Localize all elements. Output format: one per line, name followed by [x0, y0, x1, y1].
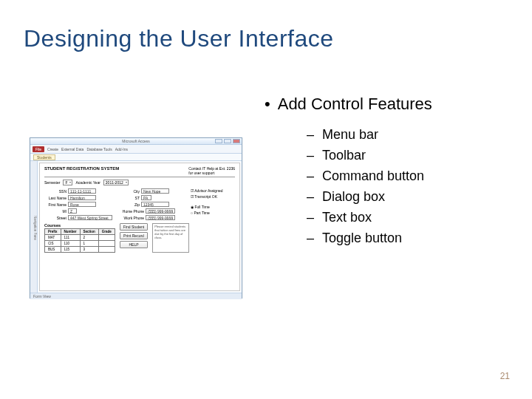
print-record-button[interactable]: Print Record	[120, 232, 148, 239]
list-item: –Toggle button	[303, 228, 424, 248]
side-controls: Advisor Assigned Transcript OK Full Time…	[191, 188, 235, 220]
zip-field[interactable]: 12345	[141, 202, 169, 207]
field-label: Street	[44, 216, 66, 220]
ribbon-tab[interactable]: Create	[47, 147, 58, 151]
field-label: Home Phone	[117, 209, 144, 214]
semester-combo[interactable]: F	[63, 180, 72, 185]
parttime-radio[interactable]: Part Time	[191, 211, 235, 215]
window-titlebar: Microsoft Access	[30, 138, 242, 145]
document-tabs: Students	[30, 154, 242, 161]
state-field[interactable]: PA	[141, 195, 151, 200]
close-icon[interactable]	[233, 139, 240, 143]
cell: 115	[61, 247, 80, 253]
dash-icon: –	[303, 207, 318, 228]
cell: 2	[80, 235, 98, 241]
list-item-label: Menu bar	[322, 127, 378, 142]
bullet-main: •Add Control Features	[265, 95, 432, 114]
year-combo[interactable]: 2011-2012	[103, 180, 129, 185]
form-title: STUDENT REGISTRATION SYSTEM	[44, 166, 119, 175]
ribbon-tab[interactable]: External Data	[61, 147, 83, 151]
field-label: Work Phone	[117, 216, 144, 220]
cell: CIS	[45, 241, 61, 247]
list-item: –Text box	[303, 207, 424, 228]
cell	[98, 235, 115, 241]
list-item-label: Text box	[322, 210, 372, 225]
cell	[98, 241, 115, 247]
doc-tab-students[interactable]: Students	[33, 154, 55, 160]
list-item: –Menu bar	[303, 124, 424, 145]
help-text: Contact IT Help at Ext. 2236 for user su…	[188, 166, 235, 175]
left-field-column: SSN111-11-1111 Last NameHamilton First N…	[44, 188, 113, 220]
status-bar: Form View	[30, 293, 242, 299]
homephone-field[interactable]: (555) 999-9999	[146, 208, 175, 214]
cell: 3	[80, 247, 98, 253]
cell: 1	[80, 241, 98, 247]
table-row[interactable]: BUS 115 3	[45, 247, 115, 253]
button-stack: Find Student Print Record HELP	[120, 223, 148, 253]
firstname-field[interactable]: Rose	[68, 202, 96, 207]
col-header: Prefix	[45, 229, 61, 235]
mi-field[interactable]: Z	[68, 208, 77, 214]
sub-bullet-list: –Menu bar –Toolbar –Command button –Dial…	[303, 124, 424, 248]
find-student-button[interactable]: Find Student	[120, 223, 148, 231]
list-item: –Toolbar	[303, 145, 424, 166]
minimize-icon[interactable]	[215, 139, 222, 143]
cell	[98, 247, 115, 253]
ssn-field[interactable]: 111-11-1111	[68, 188, 96, 194]
field-label: ST	[117, 196, 140, 200]
cell: MAT	[45, 235, 61, 241]
list-item: –Dialog box	[303, 186, 424, 207]
maximize-icon[interactable]	[224, 139, 231, 143]
year-label: Academic Year	[75, 180, 100, 185]
city-field[interactable]: New Hope	[141, 188, 169, 194]
dash-icon: –	[303, 186, 318, 207]
col-header: Section	[80, 229, 98, 235]
dash-icon: –	[303, 166, 318, 186]
registration-form: STUDENT REGISTRATION SYSTEM Contact IT H…	[39, 163, 240, 291]
cell: BUS	[45, 247, 61, 253]
advisor-checkbox[interactable]: Advisor Assigned	[191, 188, 235, 193]
col-header: Grade	[98, 229, 115, 235]
ribbon-bar: File Create External Data Database Tools…	[30, 145, 242, 154]
lastname-field[interactable]: Hamilton	[68, 195, 96, 200]
courses-area: Courses Prefix Number Section Grade MAT …	[44, 223, 115, 253]
access-screenshot: Microsoft Access File Create External Da…	[30, 137, 242, 299]
list-item-label: Command button	[322, 168, 424, 183]
list-item-label: Toolbar	[322, 148, 366, 163]
dash-icon: –	[303, 228, 318, 248]
table-row[interactable]: CIS 110 1	[45, 241, 115, 247]
field-label: MI	[44, 209, 66, 214]
ribbon-tab[interactable]: Add-Ins	[115, 147, 128, 151]
table-row[interactable]: MAT 111 2	[45, 235, 115, 241]
field-label: First Name	[44, 202, 66, 207]
fulltime-radio[interactable]: Full Time	[191, 205, 235, 209]
courses-label: Courses	[44, 223, 115, 228]
nav-pane[interactable]: Navigation Pane	[30, 161, 38, 293]
col-header: Number	[61, 229, 80, 235]
field-label: Last Name	[44, 196, 66, 200]
cell: 111	[61, 235, 80, 241]
field-label: SSN	[44, 189, 66, 194]
dash-icon: –	[303, 124, 318, 145]
field-label: Zip	[117, 202, 140, 207]
list-item-label: Toggle button	[322, 231, 402, 245]
window-controls	[215, 139, 240, 143]
field-label: City	[117, 189, 140, 194]
transcript-checkbox[interactable]: Transcript OK	[191, 194, 235, 199]
file-tab[interactable]: File	[33, 146, 44, 152]
help-text-line: for user support	[188, 171, 235, 175]
help-button[interactable]: HELP	[120, 241, 148, 248]
app-title: Microsoft Access	[122, 139, 150, 143]
street-field[interactable]: 447 West Spring Street	[68, 215, 112, 220]
right-field-column: CityNew Hope STPA Zip12345 Home Phone(55…	[117, 188, 186, 220]
dash-icon: –	[303, 145, 318, 166]
semester-label: Semester	[44, 180, 60, 185]
courses-table: Prefix Number Section Grade MAT 111 2	[44, 228, 115, 253]
cell: 110	[61, 241, 80, 247]
ribbon-tab[interactable]: Database Tools	[86, 147, 112, 151]
bullet-main-text: Add Control Features	[278, 95, 432, 113]
list-item: –Command button	[303, 166, 424, 186]
workphone-field[interactable]: (555) 999-9999	[146, 215, 175, 220]
page-number: 21	[500, 371, 510, 381]
slide-title: Designing the User Interface	[24, 25, 334, 52]
